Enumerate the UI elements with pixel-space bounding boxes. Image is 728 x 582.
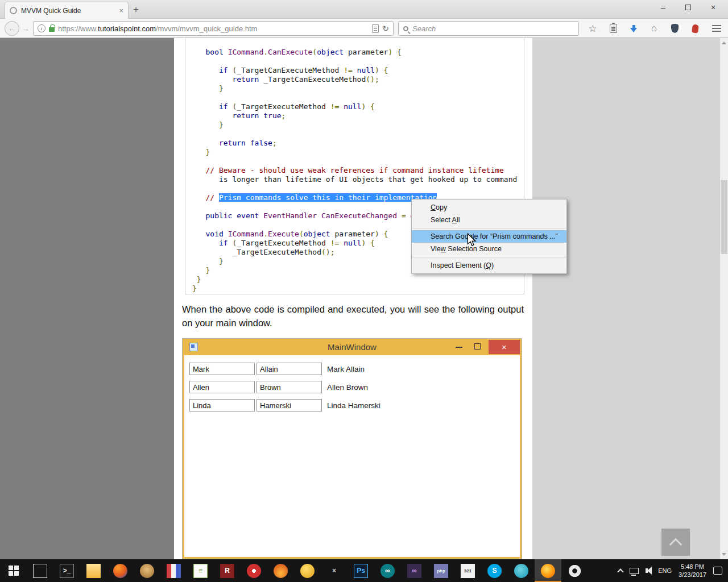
vertical-scrollbar[interactable] [720,38,728,559]
home-glyph: ⌂ [651,23,657,34]
last-name-input[interactable] [257,363,322,375]
mouse-cursor [466,233,477,247]
code-token: // Beware - should use weak references i… [192,166,504,174]
search-input[interactable] [412,24,574,33]
window-minimize-button[interactable]: – [652,0,675,15]
code-token: } [219,257,224,265]
code-token: } [197,275,201,284]
settings-gear-icon-glyph [568,564,582,578]
app-icon-2[interactable] [134,559,160,582]
app-icon-r[interactable]: R [214,559,241,582]
volume-icon[interactable] [646,568,648,573]
app-icon-3[interactable] [160,559,187,582]
command-prompt-icon[interactable]: >_ [53,559,80,582]
selected-text: Prism commands solve this in their imple… [219,193,437,202]
code-line: } [192,275,524,284]
first-name-input[interactable] [189,363,255,375]
code-token [192,84,219,93]
command-prompt-icon-glyph: >_ [60,564,74,578]
language-indicator[interactable]: ENG [658,567,672,574]
app-icon-tools[interactable]: × [321,559,348,582]
new-tab-button[interactable]: + [133,4,139,15]
reading-list-icon[interactable] [605,21,621,36]
code-token: ICommand [228,230,264,238]
code-token [397,211,402,220]
code-token: ; [272,139,277,147]
red-extension-icon[interactable] [687,21,703,36]
system-tray: ENG 5:48 PM 3/23/2017 [618,563,728,579]
scrollbar-up-arrow-icon[interactable] [722,41,726,44]
bookmark-star-icon[interactable]: ☆ [585,21,601,36]
url-text: https://www.tutorialspoint.com/mvvm/mvvm… [58,24,257,33]
context-menu-item[interactable]: Search Google for “Prism commands ...” [412,230,566,243]
context-menu-item[interactable]: Select All [412,214,566,226]
last-name-input[interactable] [257,381,322,393]
app-icon-5[interactable] [241,559,267,582]
context-menu: CopySelect AllSearch Google for “Prism c… [411,199,567,274]
first-name-input[interactable] [189,381,255,393]
tab-mvvm-quick-guide[interactable]: MVVM Quick Guide × [5,2,129,19]
reader-mode-icon[interactable] [372,24,379,33]
app-icon-2-glyph [140,564,154,578]
app-icon-8[interactable]: ∞ [374,559,401,582]
code-token [192,102,219,111]
visual-studio-icon[interactable]: ∞ [401,559,428,582]
context-menu-item[interactable]: Inspect Element (Q) [412,259,566,272]
app-icon-7[interactable] [294,559,321,582]
window-close-button[interactable]: × [702,0,725,15]
calculator-icon[interactable]: 321 [454,559,481,582]
scroll-to-top-button[interactable] [661,529,690,556]
context-menu-item[interactable]: View Selection Source [412,243,566,255]
back-button[interactable]: ← [5,21,19,36]
home-icon[interactable]: ⌂ [646,21,662,36]
app-icon-11[interactable] [508,559,535,582]
search-bar[interactable] [398,21,579,36]
code-line: } [192,120,524,130]
url-scheme: https://www. [58,24,98,33]
page-background-right [532,38,720,559]
firefox-icon[interactable] [535,559,561,582]
code-token: _TargetExecuteMethod [192,248,321,256]
start-button[interactable] [0,559,27,582]
shield-glyph [671,24,679,33]
scrollbar-down-arrow-icon[interactable] [722,553,726,556]
action-center-icon[interactable] [713,567,722,575]
clock[interactable]: 5:48 PM 3/23/2017 [679,563,706,579]
first-name-input[interactable] [189,399,255,411]
window-maximize-button[interactable] [677,0,700,15]
app-icon-9[interactable]: php [428,559,454,582]
code-token: _TargetCanExecuteMethod [237,66,344,74]
app-icon-6[interactable] [267,559,294,582]
forward-button[interactable]: → [22,24,30,33]
name-row: Mark Allain [189,363,515,375]
tab-close-icon[interactable]: × [119,7,123,14]
scrollbar-thumb[interactable] [721,180,727,254]
code-line: // Beware - should use weak references i… [192,166,524,175]
menu-button[interactable] [709,21,725,36]
app-icon-10[interactable]: S [481,559,508,582]
mainwindow-close-button: × [489,340,520,354]
lock-icon[interactable] [49,27,55,32]
mainwindow-maximize-icon [474,343,481,350]
article-paragraph: When the above code is compiled and exec… [182,302,524,330]
code-token [192,230,205,238]
network-icon[interactable] [630,568,639,574]
last-name-input[interactable] [257,399,322,411]
refresh-icon[interactable]: ↻ [382,24,389,33]
app-icon-4[interactable]: ≡ [187,559,214,582]
code-token [192,111,232,120]
code-token: is longer than lifetime of UI objects th… [192,175,517,184]
url-bar[interactable]: i https://www.tutorialspoint.com/mvvm/mv… [33,21,394,36]
app-icon-1[interactable] [107,559,134,582]
tablet-mode-icon[interactable] [27,559,53,582]
file-explorer-icon[interactable] [80,559,107,582]
clipboard-glyph [610,24,617,33]
photoshop-icon[interactable]: Ps [348,559,374,582]
hidden-icons-chevron-icon[interactable] [618,568,624,575]
context-menu-item[interactable]: Copy [412,201,566,214]
downloads-icon[interactable] [626,21,642,36]
settings-gear-icon[interactable] [561,559,588,582]
info-icon[interactable]: i [38,24,46,32]
shield-extension-icon[interactable] [667,21,682,36]
full-name-label: Linda Hamerski [327,401,380,410]
